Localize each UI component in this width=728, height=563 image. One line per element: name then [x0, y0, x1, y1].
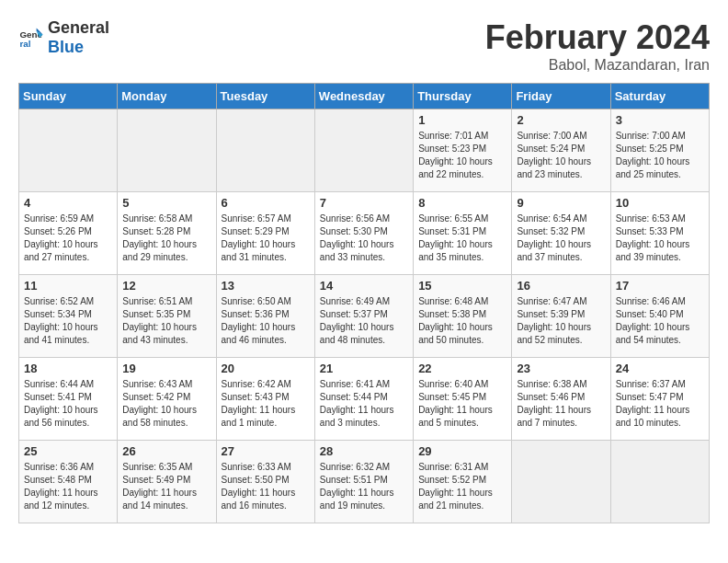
- calendar-cell: 24Sunrise: 6:37 AM Sunset: 5:47 PM Dayli…: [610, 358, 709, 441]
- day-number: 1: [418, 113, 506, 127]
- logo-blue: Blue: [48, 38, 84, 56]
- calendar-cell: 9Sunrise: 6:54 AM Sunset: 5:32 PM Daylig…: [512, 192, 610, 275]
- day-number: 10: [616, 196, 704, 210]
- calendar-cell: 28Sunrise: 6:32 AM Sunset: 5:51 PM Dayli…: [314, 441, 413, 523]
- calendar-cell: 11Sunrise: 6:52 AM Sunset: 5:34 PM Dayli…: [19, 275, 118, 358]
- day-number: 26: [122, 444, 210, 458]
- calendar-cell: 19Sunrise: 6:43 AM Sunset: 5:42 PM Dayli…: [118, 358, 216, 441]
- day-number: 25: [24, 444, 112, 458]
- calendar-cell: [19, 109, 118, 192]
- day-number: 21: [320, 362, 408, 375]
- day-number: 6: [222, 196, 310, 210]
- day-info: Sunrise: 6:41 AM Sunset: 5:44 PM Dayligh…: [320, 378, 408, 430]
- svg-text:ral: ral: [19, 39, 30, 49]
- day-number: 22: [418, 362, 506, 375]
- calendar-cell: 3Sunrise: 7:00 AM Sunset: 5:25 PM Daylig…: [610, 109, 709, 192]
- calendar-cell: 8Sunrise: 6:55 AM Sunset: 5:31 PM Daylig…: [414, 192, 512, 275]
- day-number: 18: [24, 362, 112, 375]
- calendar-cell: 12Sunrise: 6:51 AM Sunset: 5:35 PM Dayli…: [118, 275, 216, 358]
- calendar-cell: 27Sunrise: 6:33 AM Sunset: 5:50 PM Dayli…: [216, 441, 314, 523]
- day-info: Sunrise: 6:42 AM Sunset: 5:43 PM Dayligh…: [222, 378, 310, 430]
- day-info: Sunrise: 7:00 AM Sunset: 5:24 PM Dayligh…: [517, 130, 605, 181]
- day-number: 11: [24, 279, 112, 293]
- day-number: 5: [122, 196, 210, 210]
- day-number: 13: [222, 279, 310, 293]
- day-info: Sunrise: 6:55 AM Sunset: 5:31 PM Dayligh…: [418, 213, 506, 264]
- calendar-header: SundayMondayTuesdayWednesdayThursdayFrid…: [19, 84, 710, 109]
- calendar-cell: 20Sunrise: 6:42 AM Sunset: 5:43 PM Dayli…: [216, 358, 314, 441]
- calendar-cell: 4Sunrise: 6:59 AM Sunset: 5:26 PM Daylig…: [19, 192, 118, 275]
- day-number: 15: [418, 279, 506, 293]
- day-info: Sunrise: 7:00 AM Sunset: 5:25 PM Dayligh…: [616, 130, 704, 181]
- day-number: 24: [616, 362, 704, 375]
- calendar-cell: 29Sunrise: 6:31 AM Sunset: 5:52 PM Dayli…: [414, 441, 512, 523]
- day-info: Sunrise: 6:44 AM Sunset: 5:41 PM Dayligh…: [24, 378, 112, 430]
- calendar-cell: 22Sunrise: 6:40 AM Sunset: 5:45 PM Dayli…: [414, 358, 512, 441]
- day-info: Sunrise: 6:49 AM Sunset: 5:37 PM Dayligh…: [320, 295, 408, 347]
- calendar-cell: [610, 441, 709, 523]
- calendar-cell: 15Sunrise: 6:48 AM Sunset: 5:38 PM Dayli…: [414, 275, 512, 358]
- calendar-cell: [512, 441, 610, 523]
- day-of-week-header: Monday: [118, 84, 216, 109]
- day-info: Sunrise: 6:56 AM Sunset: 5:30 PM Dayligh…: [320, 213, 408, 264]
- day-number: 7: [320, 196, 408, 210]
- day-info: Sunrise: 6:50 AM Sunset: 5:36 PM Dayligh…: [222, 295, 310, 347]
- subtitle: Babol, Mazandaran, Iran: [485, 57, 710, 74]
- calendar-cell: 16Sunrise: 6:47 AM Sunset: 5:39 PM Dayli…: [512, 275, 610, 358]
- calendar-week-row: 25Sunrise: 6:36 AM Sunset: 5:48 PM Dayli…: [19, 441, 710, 523]
- day-info: Sunrise: 6:43 AM Sunset: 5:42 PM Dayligh…: [122, 378, 210, 430]
- calendar-cell: 10Sunrise: 6:53 AM Sunset: 5:33 PM Dayli…: [610, 192, 709, 275]
- day-number: 29: [418, 444, 506, 458]
- day-of-week-header: Sunday: [19, 84, 118, 109]
- calendar-cell: 13Sunrise: 6:50 AM Sunset: 5:36 PM Dayli…: [216, 275, 314, 358]
- day-number: 14: [320, 279, 408, 293]
- day-info: Sunrise: 6:46 AM Sunset: 5:40 PM Dayligh…: [616, 295, 704, 347]
- day-of-week-header: Wednesday: [314, 84, 413, 109]
- day-info: Sunrise: 6:57 AM Sunset: 5:29 PM Dayligh…: [222, 213, 310, 264]
- calendar-cell: 6Sunrise: 6:57 AM Sunset: 5:29 PM Daylig…: [216, 192, 314, 275]
- main-title: February 2024: [485, 18, 710, 57]
- calendar-cell: [118, 109, 216, 192]
- day-info: Sunrise: 6:59 AM Sunset: 5:26 PM Dayligh…: [24, 213, 112, 264]
- calendar-week-row: 4Sunrise: 6:59 AM Sunset: 5:26 PM Daylig…: [19, 192, 710, 275]
- calendar-cell: 21Sunrise: 6:41 AM Sunset: 5:44 PM Dayli…: [314, 358, 413, 441]
- day-info: Sunrise: 6:47 AM Sunset: 5:39 PM Dayligh…: [517, 295, 605, 347]
- day-number: 12: [122, 279, 210, 293]
- calendar-cell: 5Sunrise: 6:58 AM Sunset: 5:28 PM Daylig…: [118, 192, 216, 275]
- calendar-body: 1Sunrise: 7:01 AM Sunset: 5:23 PM Daylig…: [19, 109, 710, 523]
- day-info: Sunrise: 6:54 AM Sunset: 5:32 PM Dayligh…: [517, 213, 605, 264]
- day-info: Sunrise: 6:33 AM Sunset: 5:50 PM Dayligh…: [222, 461, 310, 512]
- calendar-cell: 25Sunrise: 6:36 AM Sunset: 5:48 PM Dayli…: [19, 441, 118, 523]
- title-area: February 2024 Babol, Mazandaran, Iran: [485, 18, 710, 74]
- day-number: 23: [517, 362, 605, 375]
- calendar-cell: 18Sunrise: 6:44 AM Sunset: 5:41 PM Dayli…: [19, 358, 118, 441]
- day-info: Sunrise: 6:40 AM Sunset: 5:45 PM Dayligh…: [418, 378, 506, 430]
- day-info: Sunrise: 6:36 AM Sunset: 5:48 PM Dayligh…: [24, 461, 112, 512]
- day-of-week-header: Friday: [512, 84, 610, 109]
- day-info: Sunrise: 6:58 AM Sunset: 5:28 PM Dayligh…: [122, 213, 210, 264]
- logo-text: General Blue: [48, 18, 109, 57]
- day-number: 19: [122, 362, 210, 375]
- header-row: SundayMondayTuesdayWednesdayThursdayFrid…: [19, 84, 710, 109]
- day-info: Sunrise: 6:48 AM Sunset: 5:38 PM Dayligh…: [418, 295, 506, 347]
- calendar-week-row: 11Sunrise: 6:52 AM Sunset: 5:34 PM Dayli…: [19, 275, 710, 358]
- header: Gene ral General Blue February 2024 Babo…: [18, 18, 710, 74]
- day-number: 4: [24, 196, 112, 210]
- day-info: Sunrise: 6:51 AM Sunset: 5:35 PM Dayligh…: [122, 295, 210, 347]
- day-number: 27: [222, 444, 310, 458]
- day-info: Sunrise: 6:37 AM Sunset: 5:47 PM Dayligh…: [616, 378, 704, 430]
- day-number: 28: [320, 444, 408, 458]
- day-info: Sunrise: 7:01 AM Sunset: 5:23 PM Dayligh…: [418, 130, 506, 181]
- day-info: Sunrise: 6:35 AM Sunset: 5:49 PM Dayligh…: [122, 461, 210, 512]
- day-number: 17: [616, 279, 704, 293]
- day-number: 9: [517, 196, 605, 210]
- calendar-cell: 1Sunrise: 7:01 AM Sunset: 5:23 PM Daylig…: [414, 109, 512, 192]
- calendar-cell: 7Sunrise: 6:56 AM Sunset: 5:30 PM Daylig…: [314, 192, 413, 275]
- day-number: 2: [517, 113, 605, 127]
- logo: Gene ral General Blue: [18, 18, 109, 57]
- calendar-cell: 17Sunrise: 6:46 AM Sunset: 5:40 PM Dayli…: [610, 275, 709, 358]
- day-of-week-header: Saturday: [610, 84, 709, 109]
- calendar-week-row: 18Sunrise: 6:44 AM Sunset: 5:41 PM Dayli…: [19, 358, 710, 441]
- logo-general: General: [48, 18, 109, 37]
- day-of-week-header: Thursday: [414, 84, 512, 109]
